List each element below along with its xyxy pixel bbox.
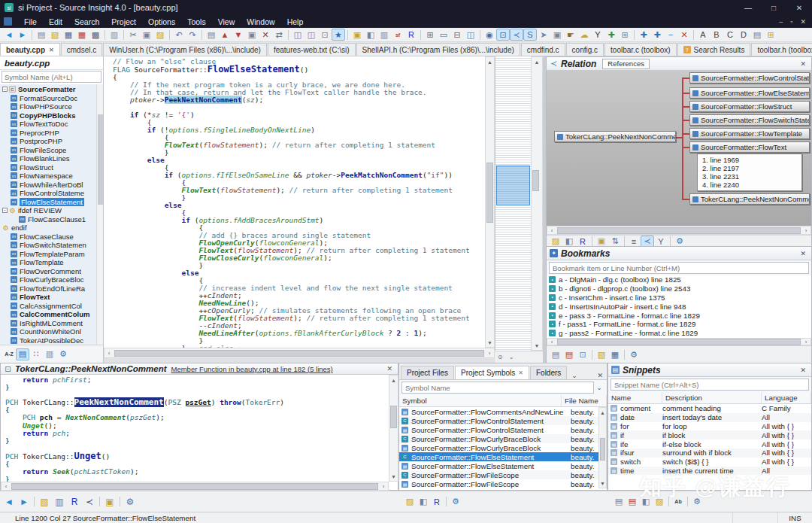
symbol-tree-item[interactable]: mCountNonWhiteOnl [0,327,103,336]
bookmark-item[interactable]: ▪e - pass 3 - FormatLine - format.c line… [547,311,811,320]
bookmark-settings-icon[interactable]: ⚙ [627,349,641,361]
symbol-row[interactable]: ▤SourceFormatter::FlowCommentsAndNewLine… [399,407,607,416]
column-symbol[interactable]: Symbol [399,395,562,406]
tree-expand-icon[interactable]: − [2,208,8,213]
snippet-rename-icon[interactable]: Ab [671,496,685,508]
bookmark-item[interactable]: ▪d - InsertIsInAutoPair - insert.c line … [547,302,811,311]
tab-cmdsel.c[interactable]: cmdsel.c [61,43,102,56]
close-icon[interactable]: ✕ [786,0,812,15]
relation-node[interactable]: SourceFormatter::FlowElseStatement [689,87,810,99]
tab-features-web.txt[interactable]: features-web.txt (C:\si) [268,43,356,56]
snippet-row[interactable]: ▤forfor loopAll with { } [608,422,811,431]
symbol-tree-item[interactable]: mCalcCommentColum [0,310,103,319]
scroll-down-icon[interactable]: ▼ [389,472,398,481]
indent-minus-icon[interactable]: − [664,29,677,41]
menu-tools[interactable]: Tools [181,17,212,26]
tab-config.c[interactable]: config.c [566,43,604,56]
symbol-row[interactable]: ▤SourceFormatter::FlowCurlyBraceBlockbea… [399,443,607,452]
cut-icon[interactable]: ✂ [126,29,140,41]
snippet-row[interactable]: ▤ifsursurround with if blockAll with { } [608,449,811,458]
menu-view[interactable]: View [212,17,241,26]
column-file-name[interactable]: File Name [562,395,607,406]
scroll-up-icon[interactable]: ▲ [486,57,494,66]
symbol-tree-item[interactable]: mFlowToEndOfLineRa [0,284,103,293]
tab-project-symbols[interactable]: Project Symbols✕ [455,366,529,379]
symbol-tree-item[interactable]: mPostprocPHP [0,137,103,146]
link-add-icon[interactable]: ✚ [604,29,618,41]
symbols-doc-icon[interactable]: ◧ [417,496,430,508]
scroll-left-icon[interactable]: ‹ [2,483,11,490]
menu-help[interactable]: Help [281,17,310,26]
new-window-icon[interactable]: ⊡ [318,29,332,41]
context-relation-icon[interactable]: ≺ [82,495,97,509]
reformat-icon[interactable]: sf [391,29,404,41]
context-r-icon[interactable]: R [67,495,82,509]
redo-icon[interactable]: ↷ [186,29,199,41]
symbol-row[interactable]: ▤SourceFormatter::FlowElseStatementbeaut… [399,461,607,470]
relation-source-node[interactable]: TokerCLang::PeekNextNonComment [554,131,676,142]
bookmark-search-input[interactable] [549,262,809,274]
scroll-right-icon[interactable]: › [801,339,810,345]
bookmark-open-icon[interactable]: ▧ [595,349,608,361]
lookup-references-icon[interactable]: ▤ [205,29,218,41]
snippet-search-input[interactable] [611,379,809,391]
tab-cmdfind.c[interactable]: cmdfind.c [521,43,565,56]
print-icon[interactable]: ▥ [108,29,121,41]
minimap-viewport[interactable] [496,166,530,205]
scroll-up-icon[interactable]: ▲ [389,376,398,385]
symbol-tree-item[interactable]: mFlowTemplateParam [0,250,103,259]
minimize-icon[interactable]: — [735,0,761,15]
close-icon[interactable]: ✕ [798,60,808,68]
copy-icon[interactable]: ▣ [140,29,153,41]
symbol-settings-icon[interactable]: ⚙ [56,348,70,360]
tab-project-files[interactable]: Project Files [401,366,454,379]
tree-expand-icon[interactable]: − [2,87,8,92]
indent-plus-icon[interactable]: ✚ [650,29,664,41]
symbols-save-icon[interactable]: ▨ [403,496,417,508]
symbol-row[interactable]: CSourceFormatter::FlowControlStatementbe… [399,416,607,425]
symbol-tree-item[interactable]: mFlowCaseClause [0,233,103,242]
snippet-row[interactable]: ▤commentcomment headingC Family [608,404,811,413]
symbol-name-input[interactable] [2,71,102,83]
symbol-tree-item[interactable]: mFormatSourceDoc [0,94,103,103]
symbol-tree-item[interactable]: ⚙endif [0,223,103,233]
mdi-system-icon[interactable] [4,17,12,26]
sort-alphabetic-icon[interactable]: A-Z [2,348,16,360]
snippet-new-icon[interactable]: ▤ [612,496,626,508]
scroll-down-icon[interactable]: ▼ [486,338,494,347]
tab-folders[interactable]: Folders [530,366,567,379]
cascade-windows-icon[interactable]: ◫ [464,29,477,41]
scrollbar-thumb[interactable] [557,339,801,345]
snippet-row[interactable]: ▤timeinsert the current timeAll [608,467,811,476]
scrollbar-thumb[interactable] [600,438,605,461]
scroll-right-icon[interactable]: › [801,227,810,234]
symbol-tree-item[interactable]: mFlowFileScope [0,146,103,155]
code-minimap[interactable] [495,56,531,351]
symbol-row[interactable]: CSourceFormatter::FlowElseStatementbeaut… [399,452,607,461]
editor-vertical-scrollbar[interactable]: ▲ ▼ [485,56,495,348]
draft-view-icon[interactable]: ⊡ [496,29,510,41]
snippet-row[interactable]: ▤ifif blockAll with { } [608,430,811,439]
symbol-row[interactable]: ▤SourceFormatter::FlowControlStatementbe… [399,425,607,434]
context-window-icon[interactable]: ◫ [291,29,304,41]
column-language[interactable]: Language [762,392,811,403]
maximize-icon[interactable]: □ [761,0,786,15]
symbol-tree-item[interactable]: −⚙ifdef REVIEW [0,206,103,215]
relation-node[interactable]: SourceFormatter::FlowTemplate [689,128,810,139]
symbol-tree-item[interactable]: mFlowCurlyBraceBloc [0,275,103,284]
bookmarks-horizontal-scrollbar[interactable]: ‹ › [547,338,811,345]
close-icon[interactable]: ✕ [798,250,808,257]
tab-beauty.cpp[interactable]: beauty.cpp✕ [0,43,60,56]
scrollbar-thumb[interactable] [98,114,103,205]
close-icon[interactable]: ✕ [798,366,808,374]
relation-horizontal-scrollbar[interactable]: ‹ › [547,226,811,235]
bookmark-item[interactable]: ▪g - pass2 - FormatLine - format.c line … [547,329,811,338]
favorites-icon[interactable]: ★ [332,29,345,41]
jump-to-icon[interactable]: ➤ [537,29,550,41]
symbol-tree-item[interactable]: mFlowTextToDoc [0,120,103,129]
scroll-left-icon[interactable]: ‹ [547,339,556,345]
context-vertical-scrollbar[interactable]: ▲ ▼ [389,375,398,482]
close-icon[interactable]: ✕ [518,369,523,376]
bookmark-item[interactable]: ▪a - DlgMain - dlg.c (toolbox) line 1825 [547,275,811,284]
symbol-tree-item[interactable]: mFlowBlankLines [0,154,103,163]
